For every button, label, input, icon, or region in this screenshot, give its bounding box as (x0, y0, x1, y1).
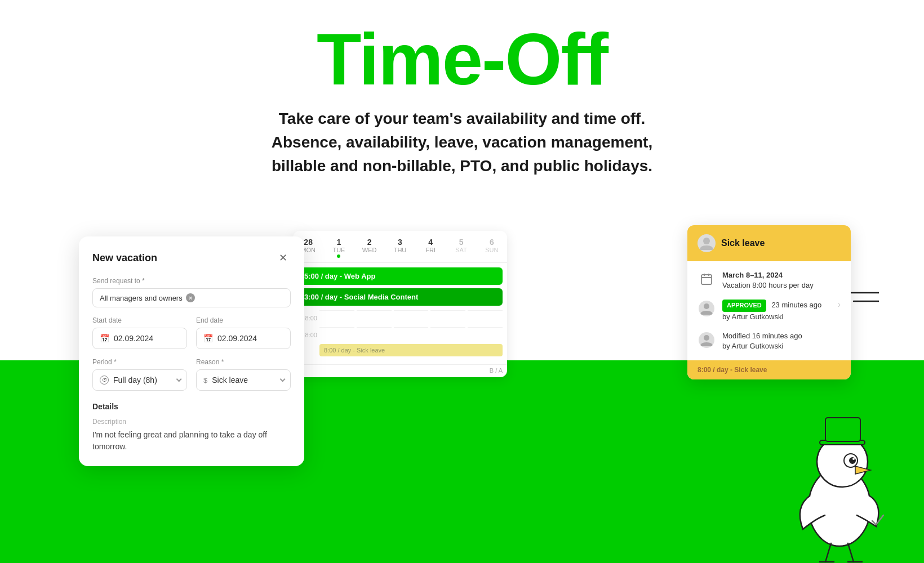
sick-leave-title: Sick leave (721, 238, 765, 248)
calendar-icon: 📅 (100, 334, 109, 343)
description-text[interactable]: I'm not feeling great and planning to ta… (92, 429, 291, 453)
cal-day-2: 2 WED (354, 235, 385, 260)
start-date-label: Start date (92, 316, 187, 324)
svg-point-9 (704, 303, 709, 309)
cal-day-3: 3 THU (385, 235, 415, 260)
active-day-dot (337, 254, 340, 258)
svg-point-4 (703, 238, 710, 244)
start-date-input[interactable]: 📅 02.09.2024 (92, 328, 187, 349)
calendar-footer: B / A (293, 364, 507, 377)
svg-point-16 (849, 457, 856, 464)
cal-day-1: 1 TUE (323, 235, 354, 260)
close-button[interactable]: ✕ (275, 250, 291, 266)
remove-recipient-button[interactable]: ✕ (186, 293, 195, 302)
hero-subtitle: Take care of your team's availability an… (237, 107, 687, 178)
svg-rect-5 (701, 275, 712, 284)
approved-badge: APPROVED (722, 300, 766, 311)
chevron-right-icon: › (838, 300, 841, 310)
calendar-icon-popup (698, 270, 716, 288)
calendar-time-grid: 8:00 8:00 (297, 310, 503, 360)
svg-rect-14 (825, 418, 860, 441)
sick-bar[interactable]: 8:00 / day - Sick leave (319, 344, 503, 356)
recipient-tag: All managers and owners ✕ (100, 293, 195, 302)
vacation-modal: New vacation ✕ Send request to * All man… (79, 236, 304, 466)
calendar-widget: 28 MON 1 TUE 2 WED 3 THU 4 FRI 5 (293, 231, 507, 377)
date-row: Start date 📅 02.09.2024 End date 📅 02.09… (92, 316, 291, 349)
period-reason-row: Period * ⏱ Full day (8h) Reason * $ Sick… (92, 358, 291, 391)
bird-illustration (789, 405, 890, 563)
end-date-field: End date 📅 02.09.2024 (196, 316, 291, 349)
calendar-header: 28 MON 1 TUE 2 WED 3 THU 4 FRI 5 (293, 231, 507, 263)
sick-leave-header: Sick leave (687, 225, 851, 261)
svg-point-17 (852, 458, 855, 460)
calendar-event-social[interactable]: 3:00 / day - Social Media Content (297, 288, 503, 306)
time-row-sick: 8:00 / day - Sick leave (297, 344, 503, 360)
cal-day-6: 6 SUN (477, 235, 507, 260)
avatar-approved (698, 300, 716, 318)
cal-day-4: 4 FRI (415, 235, 446, 260)
time-row-2: 8:00 (297, 327, 503, 343)
period-field: Period * ⏱ Full day (8h) (92, 358, 187, 391)
time-row-1: 8:00 (297, 310, 503, 326)
sick-leave-popup: Sick leave March 8–11, 2024 Vacation 8:0… (687, 225, 851, 379)
end-date-input[interactable]: 📅 02.09.2024 (196, 328, 291, 349)
start-date-field: Start date 📅 02.09.2024 (92, 316, 187, 349)
reason-field: Reason * $ Sick leave (196, 358, 291, 391)
modal-title: New vacation (92, 252, 157, 264)
period-label: Period * (92, 358, 187, 366)
end-date-label: End date (196, 316, 291, 324)
reason-select[interactable]: $ Sick leave (196, 369, 291, 391)
svg-line-19 (848, 543, 854, 562)
cal-day-5: 5 SAT (446, 235, 476, 260)
clock-icon: ⏱ (100, 376, 109, 385)
sick-date-row: March 8–11, 2024 Vacation 8:00 hours per… (698, 270, 841, 291)
avatar-modified (698, 331, 716, 349)
svg-point-10 (704, 335, 709, 341)
calendar-event-webapp[interactable]: 5:00 / day - Web App (297, 267, 503, 285)
reason-label: Reason * (196, 358, 291, 366)
modal-header: New vacation ✕ (92, 250, 291, 266)
description-label: Description (92, 418, 291, 426)
avatar (698, 234, 716, 252)
dollar-icon: $ (203, 376, 207, 385)
sick-modified-row: Modified 16 minutes ago by Artur Gutkows… (698, 331, 841, 351)
calendar-icon-end: 📅 (203, 334, 213, 343)
sick-approved-row: APPROVED 23 minutes ago by Artur Gutkows… (698, 300, 841, 322)
ui-preview-area: New vacation ✕ Send request to * All man… (0, 225, 924, 563)
calendar-body: 5:00 / day - Web App 3:00 / day - Social… (293, 263, 507, 364)
details-label: Details (92, 402, 291, 411)
hero-section: Time-Off Take care of your team's availa… (0, 0, 924, 178)
recipient-field[interactable]: All managers and owners ✕ (92, 288, 291, 307)
sick-footer-bar: 8:00 / day - Sick leave (687, 360, 851, 379)
send-request-label: Send request to * (92, 277, 291, 285)
sick-leave-body: March 8–11, 2024 Vacation 8:00 hours per… (687, 261, 851, 360)
chevron-down-icon (176, 376, 182, 382)
page-title: Time-Off (11, 23, 913, 96)
period-select[interactable]: ⏱ Full day (8h) (92, 369, 187, 391)
svg-line-18 (825, 543, 831, 562)
chevron-down-reason-icon (280, 376, 286, 382)
